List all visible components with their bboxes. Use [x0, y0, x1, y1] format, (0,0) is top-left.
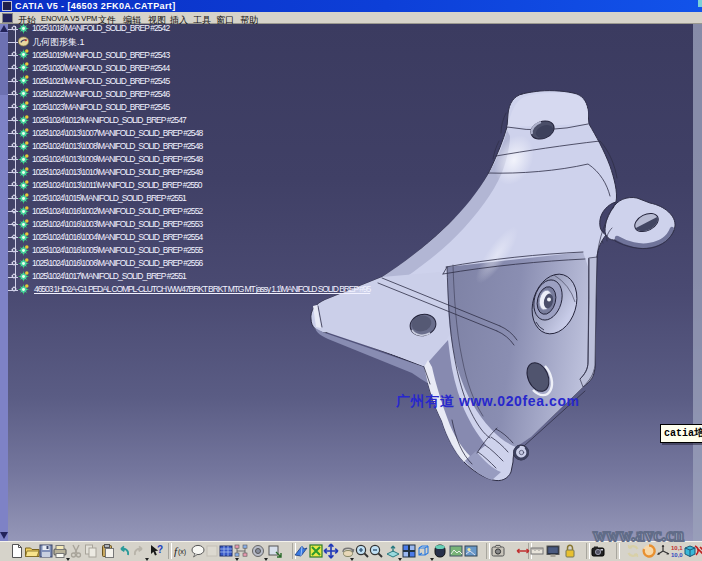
svg-text:?: ? [157, 544, 163, 555]
svg-text:(x): (x) [178, 548, 186, 556]
